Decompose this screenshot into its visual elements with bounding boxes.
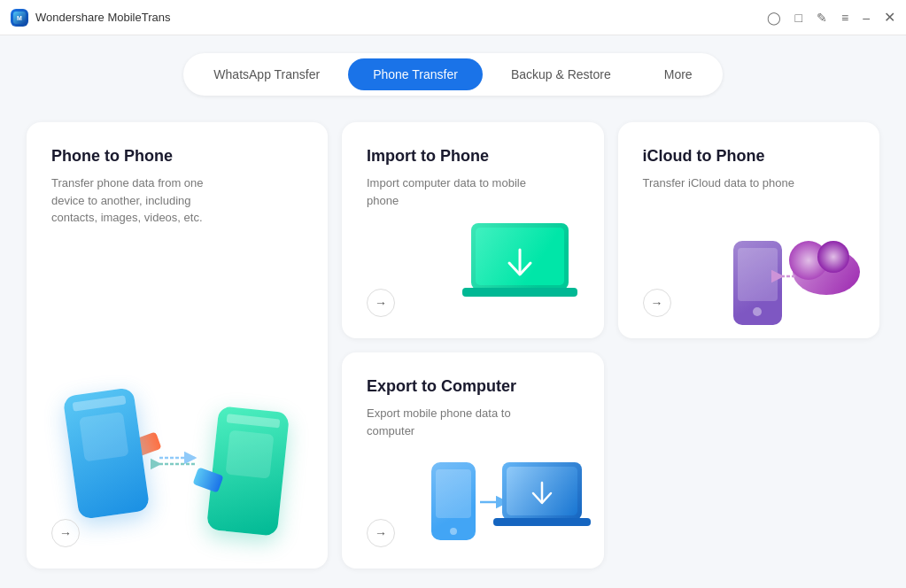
app-title: Wondershare MobileTrans xyxy=(35,11,170,24)
title-bar: M Wondershare MobileTrans ◯ □ ✎ ≡ – ✕ xyxy=(0,0,906,35)
card-icloud-title: iCloud to Phone xyxy=(643,147,856,166)
tab-phone[interactable]: Phone Transfer xyxy=(348,58,483,90)
icloud-svg xyxy=(720,214,871,329)
import-illustration xyxy=(445,214,595,329)
svg-rect-4 xyxy=(462,288,577,297)
card-import-arrow[interactable]: → xyxy=(367,289,395,317)
phone-left-illustration xyxy=(63,387,151,520)
card-icloud-arrow[interactable]: → xyxy=(643,289,671,317)
minimize-icon[interactable]: – xyxy=(863,11,870,25)
nav-tabs: WhatsApp Transfer Phone Transfer Backup … xyxy=(183,53,722,96)
export-svg xyxy=(418,436,595,560)
edit-icon[interactable]: ✎ xyxy=(817,11,827,25)
card-phone-to-phone-title: Phone to Phone xyxy=(51,147,303,166)
window-icon[interactable]: □ xyxy=(795,11,802,25)
card-export-arrow[interactable]: → xyxy=(367,519,395,547)
title-bar-left: M Wondershare MobileTrans xyxy=(11,9,170,27)
card-import-desc: Import computer data to mobile phone xyxy=(367,174,544,209)
tab-backup[interactable]: Backup & Restore xyxy=(486,58,636,90)
svg-rect-12 xyxy=(436,469,471,518)
card-import-title: Import to Phone xyxy=(367,147,579,166)
card-export-desc: Export mobile phone data to computer xyxy=(367,405,544,439)
svg-rect-6 xyxy=(738,248,778,301)
menu-icon[interactable]: ≡ xyxy=(841,11,848,25)
tab-whatsapp[interactable]: WhatsApp Transfer xyxy=(189,58,345,90)
phone-to-phone-illustration xyxy=(44,338,310,551)
card-phone-to-phone-desc: Transfer phone data from one device to a… xyxy=(51,174,228,227)
svg-rect-16 xyxy=(493,518,591,526)
app-icon: M xyxy=(11,9,28,27)
card-phone-to-phone-arrow[interactable]: → xyxy=(51,519,80,547)
phone-right-illustration xyxy=(206,406,290,537)
svg-point-7 xyxy=(753,307,762,316)
svg-point-13 xyxy=(450,528,457,535)
import-svg xyxy=(445,214,595,329)
card-icloud-to-phone[interactable]: iCloud to Phone Transfer iCloud data to … xyxy=(618,122,880,338)
icloud-illustration xyxy=(720,214,871,329)
close-icon[interactable]: ✕ xyxy=(884,9,895,26)
card-phone-to-phone[interactable]: Phone to Phone Transfer phone data from … xyxy=(27,122,328,569)
cards-grid: Phone to Phone Transfer phone data from … xyxy=(27,122,879,569)
title-bar-controls: ◯ □ ✎ ≡ – ✕ xyxy=(767,9,895,26)
export-illustration xyxy=(418,436,595,560)
card-import-to-phone[interactable]: Import to Phone Import computer data to … xyxy=(342,122,604,338)
card-export-to-computer[interactable]: Export to Computer Export mobile phone d… xyxy=(342,352,604,569)
svg-point-10 xyxy=(817,241,849,273)
card-icloud-desc: Transfer iCloud data to phone xyxy=(643,174,820,192)
account-icon[interactable]: ◯ xyxy=(767,11,781,25)
card-export-title: Export to Computer xyxy=(367,377,579,396)
tab-more[interactable]: More xyxy=(639,58,717,90)
main-content: WhatsApp Transfer Phone Transfer Backup … xyxy=(0,35,906,588)
transfer-arrows-svg xyxy=(151,445,204,471)
svg-text:M: M xyxy=(17,15,22,21)
